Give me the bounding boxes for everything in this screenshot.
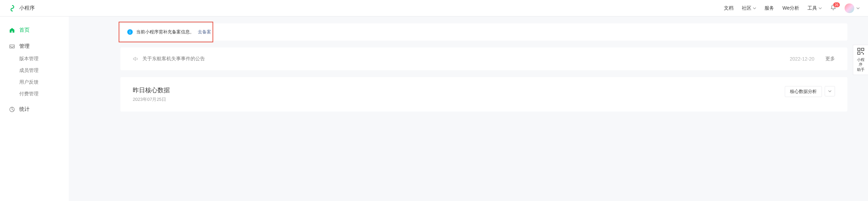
helper-text-line1: 小程序 xyxy=(855,57,866,67)
qr-code-icon xyxy=(857,48,864,55)
sidebar-sub-members[interactable]: 成员管理 xyxy=(0,65,69,76)
sidebar-sub-feedback[interactable]: 用户反馈 xyxy=(0,76,69,88)
sidebar-sub-payment[interactable]: 付费管理 xyxy=(0,88,69,100)
sidebar-item-stats[interactable]: 统计 xyxy=(0,103,69,116)
inbox-icon xyxy=(9,43,15,50)
sidebar-item-label: 统计 xyxy=(19,106,30,113)
miniprogram-helper-button[interactable]: 小程序 助手 xyxy=(853,45,868,75)
svg-rect-4 xyxy=(861,52,862,53)
core-data-analysis-button[interactable]: 核心数据分析 xyxy=(785,86,822,97)
sidebar-sub-version[interactable]: 版本管理 xyxy=(0,53,69,65)
home-icon xyxy=(9,27,15,33)
pie-chart-icon xyxy=(9,106,15,113)
nav-docs[interactable]: 文档 xyxy=(724,5,734,11)
nav-service[interactable]: 服务 xyxy=(764,5,774,11)
announcement-more-link[interactable]: 更多 xyxy=(825,56,835,62)
speaker-icon xyxy=(133,56,138,62)
logo-text: 小程序 xyxy=(19,5,35,11)
chevron-down-icon xyxy=(856,7,860,9)
core-data-card: 昨日核心数据 2023年07月25日 核心数据分析 xyxy=(120,77,847,112)
announcement-card: 关于东航客机失事事件的公告 2022-12-20 更多 xyxy=(120,47,847,70)
sidebar-item-home[interactable]: 首页 xyxy=(0,23,69,37)
chevron-down-icon xyxy=(828,90,832,92)
nav-analytics[interactable]: We分析 xyxy=(782,5,799,11)
miniprogram-logo-icon xyxy=(8,4,17,12)
announcement-text[interactable]: 关于东航客机失事事件的公告 xyxy=(142,56,205,62)
core-data-date: 2023年07月25日 xyxy=(133,96,170,103)
sidebar-item-label: 首页 xyxy=(19,27,30,33)
alert-banner: i 当前小程序需补充备案信息。 去备案 xyxy=(120,23,847,41)
chevron-down-icon xyxy=(753,7,756,9)
announcement-date: 2022-12-20 xyxy=(790,56,814,62)
core-data-dropdown-button[interactable] xyxy=(825,86,835,96)
sidebar-item-manage[interactable]: 管理 xyxy=(0,40,69,53)
notifications-button[interactable]: 26 xyxy=(830,4,836,12)
core-data-title: 昨日核心数据 xyxy=(133,86,170,94)
chevron-down-icon xyxy=(818,7,822,9)
helper-text-line2: 助手 xyxy=(855,67,866,72)
nav-tools[interactable]: 工具 xyxy=(807,5,822,11)
svg-rect-5 xyxy=(863,53,864,54)
svg-rect-1 xyxy=(858,48,860,51)
info-icon: i xyxy=(127,29,133,35)
notification-badge: 26 xyxy=(833,2,840,7)
sidebar-item-label: 管理 xyxy=(19,43,30,50)
alert-link[interactable]: 去备案 xyxy=(198,29,211,35)
svg-rect-3 xyxy=(858,52,860,54)
svg-rect-2 xyxy=(861,48,864,51)
user-menu[interactable] xyxy=(845,3,860,13)
avatar xyxy=(845,3,854,13)
nav-community[interactable]: 社区 xyxy=(742,5,756,11)
alert-text: 当前小程序需补充备案信息。 xyxy=(136,29,194,35)
